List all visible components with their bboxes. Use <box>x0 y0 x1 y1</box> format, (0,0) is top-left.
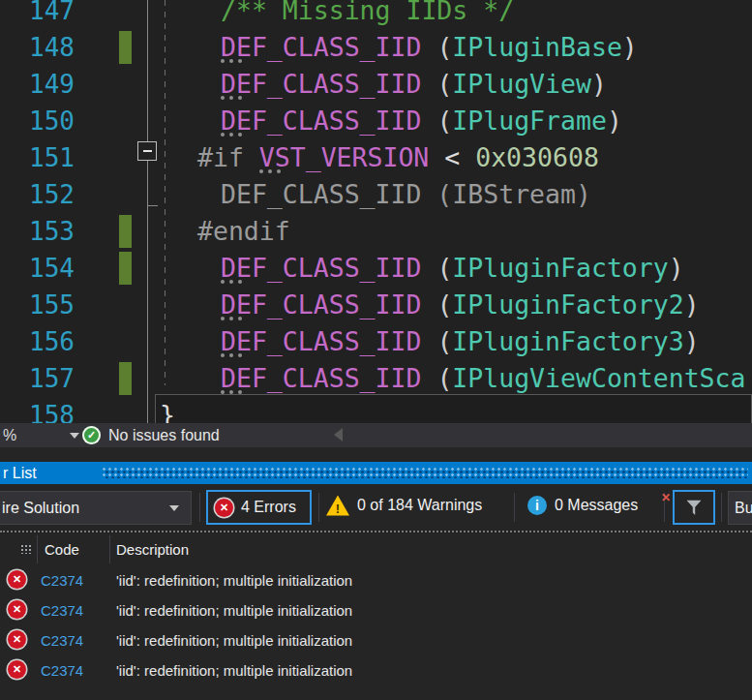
line-number: 158 <box>0 397 75 423</box>
error-description: 'iid': redefinition; multiple initializa… <box>116 595 352 625</box>
line-number: 156 <box>0 323 75 360</box>
error-code-link[interactable]: C2374 <box>41 595 83 625</box>
line-number: 151 <box>0 139 75 176</box>
error-table: C2374'iid': redefinition; multiple initi… <box>0 565 752 700</box>
suggestion-dots-icon <box>221 59 225 63</box>
column-header-description[interactable]: Description <box>116 533 189 565</box>
build-dropdown-label: Bui <box>735 492 752 524</box>
errors-count-label: 4 Errors <box>241 499 296 516</box>
health-check-icon <box>82 426 101 444</box>
error-row[interactable]: C2374'iid': redefinition; multiple initi… <box>0 655 752 685</box>
toolbar-separator <box>199 493 200 522</box>
code-line-148[interactable]: 148DEF_CLASS_IID (IPluginBase) <box>0 29 752 66</box>
error-code-link[interactable]: C2374 <box>41 655 83 685</box>
column-separator <box>109 535 110 563</box>
error-table-header: Code Description <box>0 533 752 565</box>
scope-dropdown-label: ire Solution <box>2 492 79 524</box>
current-line-highlight <box>155 394 752 423</box>
toolbar-separator <box>721 493 722 522</box>
warnings-filter-toggle[interactable]: 0 of 184 Warnings <box>326 490 482 521</box>
collapse-toggle[interactable] <box>137 141 157 161</box>
code-line-152[interactable]: 152DEF_CLASS_IID (IBStream) <box>0 176 752 213</box>
error-code-link[interactable]: C2374 <box>41 565 83 595</box>
error-description: 'iid': redefinition; multiple initializa… <box>116 625 352 655</box>
warnings-count-label: 0 of 184 Warnings <box>357 497 482 514</box>
suggestion-dots-icon <box>221 353 225 357</box>
suggestion-dots-icon <box>221 390 225 394</box>
error-description: 'iid': redefinition; multiple initializa… <box>116 565 352 595</box>
editor-status-bar: % No issues found <box>0 423 752 447</box>
line-number: 148 <box>0 29 75 66</box>
code-text: DEF_CLASS_IID (IBStream) <box>221 176 591 213</box>
line-number: 147 <box>0 0 75 29</box>
change-tracking-bar <box>119 252 132 285</box>
messages-filter-toggle[interactable]: 0 Messages <box>527 490 638 521</box>
line-number: 157 <box>0 360 75 397</box>
drag-grip-texture <box>103 468 748 478</box>
code-line-157[interactable]: 157DEF_CLASS_IID (IPlugViewContentSca <box>0 360 752 397</box>
suggestion-dots-icon <box>221 133 225 137</box>
zoom-level-selector[interactable]: % <box>3 423 16 447</box>
build-intellisense-dropdown[interactable]: Bui <box>728 491 752 525</box>
error-row[interactable]: C2374'iid': redefinition; multiple initi… <box>0 625 752 655</box>
outline-margin-line <box>147 0 148 141</box>
code-line-150[interactable]: 150DEF_CLASS_IID (IPlugFrame) <box>0 103 752 139</box>
code-text: DEF_CLASS_IID (IPlugViewContentSca <box>221 360 745 397</box>
code-line-158[interactable]: 158} <box>0 397 752 423</box>
line-number: 154 <box>0 250 75 287</box>
scope-dropdown[interactable]: ire Solution <box>0 491 192 525</box>
error-row[interactable]: C2374'iid': redefinition; multiple initi… <box>0 595 752 625</box>
change-tracking-bar <box>119 362 132 395</box>
chevron-down-icon[interactable] <box>70 433 79 439</box>
error-row[interactable]: C2374'iid': redefinition; multiple initi… <box>0 565 752 595</box>
messages-count-label: 0 Messages <box>555 497 638 514</box>
error-icon <box>8 660 26 679</box>
minus-icon <box>143 150 152 152</box>
code-line-149[interactable]: 149DEF_CLASS_IID (IPlugView) <box>0 66 752 103</box>
outline-margin-line <box>147 159 148 423</box>
change-tracking-bar <box>119 215 132 248</box>
dotted-separator <box>0 531 752 533</box>
visual-studio-window: 147/** Missing IIDs */148DEF_CLASS_IID (… <box>0 0 752 700</box>
clear-filter-button[interactable] <box>673 490 715 525</box>
code-text: #endif <box>197 213 290 250</box>
chevron-down-icon <box>169 505 179 511</box>
line-number: 155 <box>0 287 75 323</box>
code-text: } <box>160 397 175 423</box>
code-line-156[interactable]: 156DEF_CLASS_IID (IPluginFactory3) <box>0 323 752 360</box>
toolbar-separator <box>318 493 319 522</box>
code-line-154[interactable]: 154DEF_CLASS_IID (IPluginFactory) <box>0 250 752 287</box>
errors-filter-toggle[interactable]: 4 Errors <box>206 490 312 525</box>
panel-title-text: r List <box>3 462 37 484</box>
code-line-147[interactable]: 147/** Missing IIDs */ <box>0 0 752 29</box>
outline-region-end-tick <box>147 205 158 206</box>
code-line-151[interactable]: 151#if VST_VERSION < 0x030608 <box>0 139 752 176</box>
suggestion-dots-icon <box>221 96 225 100</box>
error-code-link[interactable]: C2374 <box>41 625 83 655</box>
error-icon <box>8 570 26 589</box>
code-text: DEF_CLASS_IID (IPluginFactory2) <box>221 287 700 323</box>
error-icon <box>8 630 26 649</box>
error-description: 'iid': redefinition; multiple initializa… <box>116 655 352 685</box>
toolbar-separator <box>514 493 515 522</box>
indent-guide <box>165 0 165 385</box>
filter-clear-x-icon: ✕ <box>661 491 671 504</box>
column-header-code[interactable]: Code <box>45 533 79 565</box>
code-editor[interactable]: 147/** Missing IIDs */148DEF_CLASS_IID (… <box>0 0 752 423</box>
code-line-153[interactable]: 153#endif <box>0 213 752 250</box>
scrollbar-left-arrow-icon[interactable] <box>334 428 343 441</box>
error-icon <box>215 499 233 517</box>
error-icon <box>8 600 26 619</box>
code-text: /** Missing IIDs */ <box>221 0 514 29</box>
code-text: DEF_CLASS_IID (IPluginFactory3) <box>221 323 700 360</box>
line-number: 153 <box>0 213 75 250</box>
severity-column-icon[interactable] <box>20 544 33 554</box>
panel-gap <box>0 447 752 462</box>
code-text: DEF_CLASS_IID (IPluginBase) <box>221 29 638 66</box>
filter-toolbar: ire Solution 4 Errors 0 of 184 Warnings … <box>0 484 752 531</box>
health-status-text: No issues found <box>108 423 220 447</box>
filter-funnel-icon <box>687 500 702 515</box>
code-line-155[interactable]: 155DEF_CLASS_IID (IPluginFactory2) <box>0 287 752 323</box>
line-number: 150 <box>0 103 75 139</box>
panel-header[interactable]: r List <box>0 462 752 484</box>
